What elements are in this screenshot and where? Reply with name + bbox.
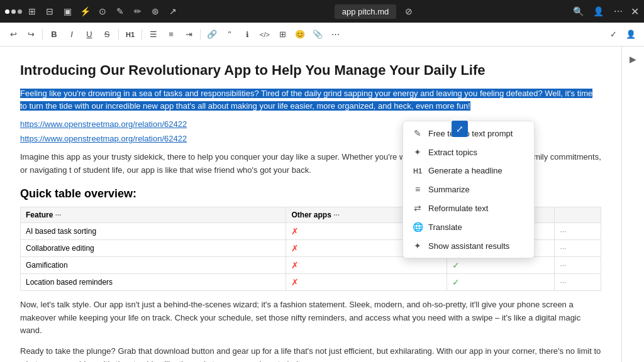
app-icon-1[interactable]: ⊞ xyxy=(25,4,40,19)
toolbar-sep-3 xyxy=(142,29,142,40)
attach-button[interactable]: 📎 xyxy=(309,26,326,43)
quote-button[interactable]: " xyxy=(221,26,238,43)
top-bar: ⊞ ⊟ ▣ ⚡ ⊙ ✎ ✏ ⊛ ↗ app pitch.md ⊘ 🔍 👤 ⋯ ✕ xyxy=(0,0,644,23)
sparkle-icon: ✦ xyxy=(412,241,423,251)
strikethrough-button[interactable]: S xyxy=(99,26,115,43)
cell-feature-2: Collaborative editing xyxy=(21,239,286,256)
toolbar-sep-1 xyxy=(42,29,43,40)
menu-item-summarize[interactable]: ≡ Summarize xyxy=(403,180,534,199)
app-icon-8[interactable]: ⊛ xyxy=(148,4,163,19)
menu-item-label-reformulate: Reformulate text xyxy=(428,204,488,213)
table-row: Location based reminders ✗ ✓ ··· xyxy=(21,273,601,290)
globe-icon: 🌐 xyxy=(412,222,423,232)
app-icon-7[interactable]: ✏ xyxy=(130,4,145,19)
tab-title[interactable]: app pitch.md xyxy=(335,4,396,19)
menu-item-generate-headline[interactable]: H1 Generate a headline xyxy=(403,162,534,180)
cell-other-3: ✗ xyxy=(286,256,447,273)
app-icon-2[interactable]: ⊟ xyxy=(42,4,57,19)
editor[interactable]: Introducing Our Revolutionary App to Hel… xyxy=(0,47,621,362)
app-icon-5[interactable]: ⊙ xyxy=(95,4,110,19)
main-area: Introducing Our Revolutionary App to Hel… xyxy=(0,47,644,362)
user-toolbar-button[interactable]: 👤 xyxy=(623,26,639,43)
right-panel: ▶ xyxy=(621,47,644,362)
emoji-button[interactable]: 😊 xyxy=(292,26,308,43)
h1-icon: H1 xyxy=(412,167,423,175)
unordered-list-button[interactable]: ☰ xyxy=(145,26,162,43)
col-dots xyxy=(555,207,601,222)
menu-item-show-assistant[interactable]: ✦ Show assistant results xyxy=(403,236,534,255)
cell-other-4: ✗ xyxy=(286,273,447,290)
toolbar-sep-2 xyxy=(118,29,119,40)
table-row: Gamification ✗ ✓ ··· xyxy=(21,256,601,273)
pencil-icon: ✎ xyxy=(412,128,423,138)
cell-ours-3: ✓ xyxy=(447,256,555,273)
highlighted-text: Feeling like you're drowning in a sea of… xyxy=(20,89,592,111)
menu-item-reformulate[interactable]: ⇄ Reformulate text xyxy=(403,199,534,217)
move-icon: ⤢ xyxy=(456,124,464,134)
menu-item-label-translate: Translate xyxy=(428,222,462,232)
menu-item-label-extract-topics: Extract topics xyxy=(428,148,477,157)
menu-item-label-free-text: Free text to text prompt xyxy=(428,129,513,138)
cell-dots-1[interactable]: ··· xyxy=(555,222,601,239)
confirm-button[interactable]: ✓ xyxy=(605,26,621,43)
menu-item-label-show-assistant: Show assistant results xyxy=(428,241,509,251)
doc-title: Introducing Our Revolutionary App to Hel… xyxy=(20,62,601,80)
app-icon-4[interactable]: ⚡ xyxy=(77,4,92,19)
close-button[interactable]: ✕ xyxy=(631,6,639,18)
cell-dots-2[interactable]: ··· xyxy=(555,239,601,256)
top-bar-left: ⊞ ⊟ ▣ ⚡ ⊙ ✎ ✏ ⊛ ↗ xyxy=(5,4,180,19)
cell-feature-3: Gamification xyxy=(21,256,286,273)
indent-button[interactable]: ⇥ xyxy=(180,26,197,43)
col-feature: Feature ··· xyxy=(21,207,286,222)
intro-paragraph: Feeling like you're drowning in a sea of… xyxy=(20,87,601,114)
cell-ours-4: ✓ xyxy=(447,273,555,290)
context-menu: ✎ Free text to text prompt ✦ Extract top… xyxy=(402,121,535,258)
link-button[interactable]: 🔗 xyxy=(204,26,220,43)
redo-button[interactable]: ↪ xyxy=(23,26,39,43)
right-panel-btn-1[interactable]: ▶ xyxy=(625,50,642,68)
app-icon-3[interactable]: ▣ xyxy=(60,4,75,19)
code-button[interactable]: </> xyxy=(257,26,273,43)
account-icon[interactable]: 👤 xyxy=(591,4,606,19)
cell-dots-4[interactable]: ··· xyxy=(555,273,601,290)
app-icon-6[interactable]: ✎ xyxy=(113,4,128,19)
cell-feature-1: AI based task sorting xyxy=(21,222,286,239)
bold-button[interactable]: B xyxy=(46,26,62,43)
app-icon-9[interactable]: ↗ xyxy=(165,4,180,19)
arrows-icon: ⇄ xyxy=(412,203,423,213)
ordered-list-button[interactable]: ≡ xyxy=(163,26,179,43)
menu-item-label-summarize: Summarize xyxy=(428,185,470,194)
table-button[interactable]: ⊞ xyxy=(274,26,291,43)
cell-dots-3[interactable]: ··· xyxy=(555,256,601,273)
underline-button[interactable]: U xyxy=(81,26,97,43)
share-icon[interactable]: ⊘ xyxy=(401,4,416,19)
undo-button[interactable]: ↩ xyxy=(5,26,21,43)
search-icon[interactable]: 🔍 xyxy=(570,4,586,19)
menu-item-free-text[interactable]: ✎ Free text to text prompt xyxy=(403,124,534,143)
more-options-icon[interactable]: ⋯ xyxy=(611,4,626,19)
top-bar-right: 🔍 👤 ⋯ ✕ xyxy=(570,4,639,19)
body-paragraph-3: Ready to take the plunge? Grab that down… xyxy=(20,345,601,362)
plus-icon: ✦ xyxy=(412,147,423,157)
toolbar-sep-4 xyxy=(200,29,201,40)
app-logo xyxy=(5,9,22,14)
info-button[interactable]: ℹ xyxy=(239,26,255,43)
h1-button[interactable]: H1 xyxy=(122,26,138,43)
toolbar: ↩ ↪ B I U S H1 ☰ ≡ ⇥ 🔗 " ℹ </> ⊞ 😊 📎 ⋯ ✓… xyxy=(0,23,644,47)
drag-handle[interactable]: ⤢ xyxy=(452,121,468,137)
cell-feature-4: Location based reminders xyxy=(21,273,286,290)
italic-button[interactable]: I xyxy=(64,26,80,43)
menu-item-translate[interactable]: 🌐 Translate xyxy=(403,217,534,236)
body-paragraph-2: Now, let's talk style. Our app isn't jus… xyxy=(20,299,601,337)
top-bar-center: app pitch.md ⊘ xyxy=(335,4,416,19)
menu-item-extract-topics[interactable]: ✦ Extract topics xyxy=(403,143,534,162)
menu-item-label-generate-headline: Generate a headline xyxy=(428,166,502,175)
lines-icon: ≡ xyxy=(412,184,423,194)
more-toolbar-button[interactable]: ⋯ xyxy=(327,26,343,43)
